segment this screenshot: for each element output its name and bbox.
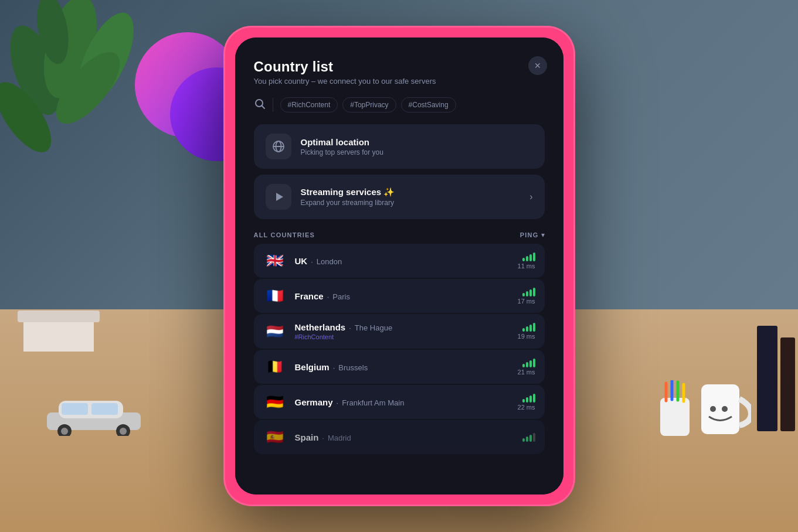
optimal-location-card[interactable]: Optimal location Picking top servers for… xyxy=(254,124,545,169)
germany-city: Frankfurt Am Main xyxy=(342,398,404,407)
netherlands-info: Netherlands · The Hague #RichContent xyxy=(295,322,510,340)
germany-ping-value: 22 ms xyxy=(518,404,535,411)
desk-car-model xyxy=(35,389,152,438)
uk-info: UK · London xyxy=(295,256,510,266)
countries-header: ALL COUNTRIES PING ▾ xyxy=(235,231,563,239)
spain-ping-bars xyxy=(522,433,535,442)
svg-rect-21 xyxy=(701,384,739,434)
belgium-city: Brussels xyxy=(338,363,368,372)
ping-label: PING xyxy=(520,231,539,238)
ping-bar-2 xyxy=(526,256,528,261)
france-ping: 17 ms xyxy=(518,288,535,305)
country-item-uk[interactable]: 🇬🇧 UK · London xyxy=(254,244,545,278)
svg-point-12 xyxy=(61,428,68,435)
optimal-location-icon xyxy=(266,134,291,159)
france-info: France · Paris xyxy=(295,291,510,301)
search-bar: #RichContent #TopPrivacy #CostSaving xyxy=(235,97,563,112)
streaming-services-title: Streaming services ✨ xyxy=(301,187,521,197)
svg-marker-31 xyxy=(276,193,283,201)
uk-ping-bars xyxy=(522,253,535,261)
svg-rect-24 xyxy=(757,326,777,431)
france-ping-bars xyxy=(522,288,535,296)
tag-richcontent[interactable]: #RichContent xyxy=(280,97,338,112)
svg-point-23 xyxy=(722,406,728,412)
netherlands-ping-bars xyxy=(522,323,535,332)
belgium-ping-value: 21 ms xyxy=(518,369,535,376)
spain-city: Madrid xyxy=(328,434,351,442)
netherlands-city: The Hague xyxy=(355,323,392,332)
country-item-france[interactable]: 🇫🇷 France · Paris xyxy=(254,279,545,313)
germany-flag: 🇩🇪 xyxy=(263,393,287,411)
country-item-germany[interactable]: 🇩🇪 Germany · Frankfurt Am Main xyxy=(254,385,545,419)
svg-rect-14 xyxy=(62,403,88,415)
country-item-netherlands[interactable]: 🇳🇱 Netherlands · The Hague #RichContent xyxy=(254,314,545,349)
tag-topprivacy[interactable]: #TopPrivacy xyxy=(342,97,396,112)
svg-line-27 xyxy=(262,105,264,108)
ping-chevron-icon: ▾ xyxy=(541,231,545,239)
country-item-spain[interactable]: 🇪🇸 Spain · Madrid xyxy=(254,420,545,454)
uk-ping: 11 ms xyxy=(518,253,535,270)
france-flag: 🇫🇷 xyxy=(263,287,287,305)
tag-costsaving[interactable]: #CostSaving xyxy=(401,97,456,112)
app-subtitle: You pick country – we connect you to our… xyxy=(254,77,545,86)
netherlands-ping: 19 ms xyxy=(518,323,535,340)
svg-rect-16 xyxy=(660,398,690,436)
spain-name: Spain xyxy=(295,432,319,442)
search-tags: #RichContent #TopPrivacy #CostSaving xyxy=(280,97,456,112)
countries-list: 🇬🇧 UK · London xyxy=(235,244,563,495)
cards-section: Optimal location Picking top servers for… xyxy=(235,124,563,219)
germany-info: Germany · Frankfurt Am Main xyxy=(295,397,510,407)
streaming-services-card[interactable]: Streaming services ✨ Expand your streami… xyxy=(254,175,545,219)
optimal-location-text: Optimal location Picking top servers for… xyxy=(301,137,533,156)
ping-bar-4 xyxy=(533,253,535,261)
uk-flag: 🇬🇧 xyxy=(263,252,287,270)
belgium-flag: 🇧🇪 xyxy=(263,358,287,376)
streaming-services-icon xyxy=(266,184,291,210)
germany-ping-bars xyxy=(522,394,535,403)
belgium-info: Belgium · Brussels xyxy=(295,362,510,372)
svg-point-13 xyxy=(120,428,127,435)
country-item-belgium[interactable]: 🇧🇪 Belgium · Brussels xyxy=(254,350,545,384)
tablet-frame: Country list You pick country – we conne… xyxy=(223,26,575,506)
streaming-services-text: Streaming services ✨ Expand your streami… xyxy=(301,187,521,207)
svg-rect-7 xyxy=(18,311,100,322)
belgium-ping: 21 ms xyxy=(518,359,535,376)
optimal-location-subtitle: Picking top servers for you xyxy=(301,148,533,156)
desk-mug xyxy=(698,378,751,445)
netherlands-tag: #RichContent xyxy=(295,333,510,340)
netherlands-ping-value: 19 ms xyxy=(518,333,535,340)
uk-ping-value: 11 ms xyxy=(518,262,535,270)
svg-point-22 xyxy=(710,406,716,412)
app-header: Country list You pick country – we conne… xyxy=(235,37,563,97)
close-button[interactable]: ✕ xyxy=(528,56,547,75)
all-countries-label: ALL COUNTRIES xyxy=(254,231,315,238)
app-content: Country list You pick country – we conne… xyxy=(235,37,563,495)
netherlands-flag: 🇳🇱 xyxy=(263,323,287,340)
uk-name: UK xyxy=(295,256,308,266)
spain-ping xyxy=(522,433,535,442)
ping-bar-3 xyxy=(529,254,532,261)
search-divider xyxy=(273,98,273,112)
search-icon[interactable] xyxy=(254,98,266,112)
desk-pen-holder xyxy=(654,380,695,441)
germany-ping: 22 ms xyxy=(518,394,535,411)
germany-name: Germany xyxy=(295,397,333,407)
spain-info: Spain · Madrid xyxy=(295,432,514,442)
netherlands-name: Netherlands xyxy=(295,322,346,332)
svg-rect-15 xyxy=(91,403,118,415)
optimal-location-title: Optimal location xyxy=(301,137,533,147)
desk-book xyxy=(751,326,798,445)
uk-city: London xyxy=(317,257,342,266)
streaming-services-subtitle: Expand your streaming library xyxy=(301,199,521,207)
ping-bar-1 xyxy=(522,258,525,261)
ping-sort-button[interactable]: PING ▾ xyxy=(520,231,545,239)
spain-flag: 🇪🇸 xyxy=(263,428,287,446)
app-title: Country list xyxy=(254,59,545,75)
france-city: Paris xyxy=(332,292,350,301)
belgium-ping-bars xyxy=(522,359,535,367)
france-name: France xyxy=(295,291,324,301)
belgium-name: Belgium xyxy=(295,362,330,372)
streaming-chevron-icon: › xyxy=(529,192,532,202)
svg-rect-25 xyxy=(780,337,795,431)
france-ping-value: 17 ms xyxy=(518,298,535,305)
